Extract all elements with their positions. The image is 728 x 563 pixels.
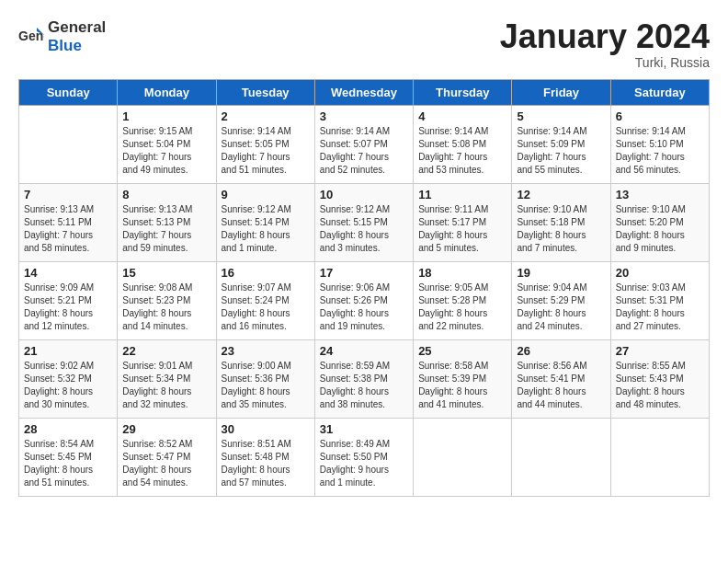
day-info: Sunrise: 9:14 AM Sunset: 5:10 PM Dayligh… [616,125,704,177]
calendar-cell: 22Sunrise: 9:01 AM Sunset: 5:34 PM Dayli… [118,339,216,418]
day-info: Sunrise: 9:10 AM Sunset: 5:18 PM Dayligh… [517,203,605,255]
calendar-cell: 7Sunrise: 9:13 AM Sunset: 5:11 PM Daylig… [19,183,118,261]
day-number: 7 [24,188,112,201]
calendar-cell [512,418,610,496]
day-number: 13 [616,188,704,201]
day-info: Sunrise: 9:01 AM Sunset: 5:34 PM Dayligh… [122,360,210,411]
day-info: Sunrise: 8:58 AM Sunset: 5:39 PM Dayligh… [418,360,506,411]
day-number: 16 [222,266,310,280]
calendar-cell: 2Sunrise: 9:14 AM Sunset: 5:05 PM Daylig… [216,105,314,183]
calendar-cell: 15Sunrise: 9:08 AM Sunset: 5:23 PM Dayli… [118,261,216,339]
calendar-cell: 30Sunrise: 8:51 AM Sunset: 5:48 PM Dayli… [216,418,314,496]
day-number: 22 [122,344,210,358]
day-number: 2 [222,109,310,123]
calendar-cell: 26Sunrise: 8:56 AM Sunset: 5:41 PM Dayli… [512,339,610,418]
calendar-cell: 21Sunrise: 9:02 AM Sunset: 5:32 PM Dayli… [19,339,118,418]
day-number: 24 [320,344,408,358]
calendar-cell: 23Sunrise: 9:00 AM Sunset: 5:36 PM Dayli… [216,339,314,418]
calendar-cell [19,105,118,183]
day-header-sunday: Sunday [19,79,118,105]
calendar-cell: 18Sunrise: 9:05 AM Sunset: 5:28 PM Dayli… [414,261,512,339]
day-info: Sunrise: 9:12 AM Sunset: 5:15 PM Dayligh… [320,203,408,255]
day-info: Sunrise: 9:12 AM Sunset: 5:14 PM Dayligh… [222,203,310,255]
calendar-cell: 28Sunrise: 8:54 AM Sunset: 5:45 PM Dayli… [19,418,118,496]
day-number: 29 [122,422,210,436]
calendar-cell: 24Sunrise: 8:59 AM Sunset: 5:38 PM Dayli… [314,339,413,418]
day-number: 20 [616,266,704,280]
calendar-cell: 8Sunrise: 9:13 AM Sunset: 5:13 PM Daylig… [118,183,216,261]
day-info: Sunrise: 9:04 AM Sunset: 5:29 PM Dayligh… [517,282,605,333]
logo: General General Blue [18,18,106,55]
day-info: Sunrise: 8:51 AM Sunset: 5:48 PM Dayligh… [222,438,310,489]
calendar-cell: 3Sunrise: 9:14 AM Sunset: 5:07 PM Daylig… [314,105,413,183]
day-number: 17 [320,266,408,280]
calendar-cell: 13Sunrise: 9:10 AM Sunset: 5:20 PM Dayli… [610,183,709,261]
day-info: Sunrise: 8:54 AM Sunset: 5:45 PM Dayligh… [24,438,112,489]
day-number: 27 [616,344,704,358]
day-number: 30 [222,422,310,436]
day-info: Sunrise: 9:03 AM Sunset: 5:31 PM Dayligh… [616,282,704,333]
calendar-cell: 17Sunrise: 9:06 AM Sunset: 5:26 PM Dayli… [314,261,413,339]
day-info: Sunrise: 9:07 AM Sunset: 5:24 PM Dayligh… [222,282,310,333]
day-header-saturday: Saturday [610,79,709,105]
day-info: Sunrise: 8:59 AM Sunset: 5:38 PM Dayligh… [320,360,408,411]
calendar-table: SundayMondayTuesdayWednesdayThursdayFrid… [18,79,710,497]
logo-blue: Blue [48,37,82,54]
svg-text:General: General [18,29,44,43]
day-info: Sunrise: 9:09 AM Sunset: 5:21 PM Dayligh… [24,282,112,333]
month-title: January 2024 [500,18,710,55]
day-number: 15 [122,266,210,280]
calendar-cell: 29Sunrise: 8:52 AM Sunset: 5:47 PM Dayli… [118,418,216,496]
day-info: Sunrise: 9:11 AM Sunset: 5:17 PM Dayligh… [418,203,506,255]
title-block: January 2024 Turki, Russia [500,18,710,70]
day-number: 8 [122,188,210,201]
logo-icon: General [18,24,44,50]
day-number: 3 [320,109,408,123]
calendar-cell: 25Sunrise: 8:58 AM Sunset: 5:39 PM Dayli… [414,339,512,418]
day-number: 25 [418,344,506,358]
calendar-cell [414,418,512,496]
page-header: General General Blue January 2024 Turki,… [18,18,710,70]
day-header-tuesday: Tuesday [216,79,314,105]
day-number: 12 [517,188,605,201]
day-info: Sunrise: 9:14 AM Sunset: 5:08 PM Dayligh… [418,125,506,177]
day-number: 4 [418,109,506,123]
day-header-thursday: Thursday [414,79,512,105]
day-info: Sunrise: 9:14 AM Sunset: 5:05 PM Dayligh… [222,125,310,177]
day-number: 23 [222,344,310,358]
day-number: 9 [222,188,310,201]
calendar-cell: 10Sunrise: 9:12 AM Sunset: 5:15 PM Dayli… [314,183,413,261]
day-info: Sunrise: 8:55 AM Sunset: 5:43 PM Dayligh… [616,360,704,411]
calendar-cell [610,418,709,496]
day-number: 11 [418,188,506,201]
day-number: 21 [24,344,112,358]
calendar-cell: 5Sunrise: 9:14 AM Sunset: 5:09 PM Daylig… [512,105,610,183]
calendar-cell: 16Sunrise: 9:07 AM Sunset: 5:24 PM Dayli… [216,261,314,339]
day-header-wednesday: Wednesday [314,79,413,105]
calendar-cell: 1Sunrise: 9:15 AM Sunset: 5:04 PM Daylig… [118,105,216,183]
day-header-friday: Friday [512,79,610,105]
day-number: 5 [517,109,605,123]
day-info: Sunrise: 9:00 AM Sunset: 5:36 PM Dayligh… [222,360,310,411]
day-info: Sunrise: 9:13 AM Sunset: 5:13 PM Dayligh… [122,203,210,255]
calendar-cell: 20Sunrise: 9:03 AM Sunset: 5:31 PM Dayli… [610,261,709,339]
day-info: Sunrise: 9:13 AM Sunset: 5:11 PM Dayligh… [24,203,112,255]
day-info: Sunrise: 9:06 AM Sunset: 5:26 PM Dayligh… [320,282,408,333]
day-info: Sunrise: 9:10 AM Sunset: 5:20 PM Dayligh… [616,203,704,255]
day-info: Sunrise: 9:02 AM Sunset: 5:32 PM Dayligh… [24,360,112,411]
day-info: Sunrise: 8:56 AM Sunset: 5:41 PM Dayligh… [517,360,605,411]
day-number: 31 [320,422,408,436]
calendar-cell: 4Sunrise: 9:14 AM Sunset: 5:08 PM Daylig… [414,105,512,183]
calendar-cell: 27Sunrise: 8:55 AM Sunset: 5:43 PM Dayli… [610,339,709,418]
calendar-cell: 9Sunrise: 9:12 AM Sunset: 5:14 PM Daylig… [216,183,314,261]
day-info: Sunrise: 9:15 AM Sunset: 5:04 PM Dayligh… [122,125,210,177]
day-header-monday: Monday [118,79,216,105]
calendar-cell: 12Sunrise: 9:10 AM Sunset: 5:18 PM Dayli… [512,183,610,261]
day-info: Sunrise: 9:14 AM Sunset: 5:07 PM Dayligh… [320,125,408,177]
calendar-cell: 31Sunrise: 8:49 AM Sunset: 5:50 PM Dayli… [314,418,413,496]
day-number: 18 [418,266,506,280]
logo-general: General [48,18,106,36]
calendar-cell: 19Sunrise: 9:04 AM Sunset: 5:29 PM Dayli… [512,261,610,339]
calendar-cell: 14Sunrise: 9:09 AM Sunset: 5:21 PM Dayli… [19,261,118,339]
calendar-cell: 11Sunrise: 9:11 AM Sunset: 5:17 PM Dayli… [414,183,512,261]
